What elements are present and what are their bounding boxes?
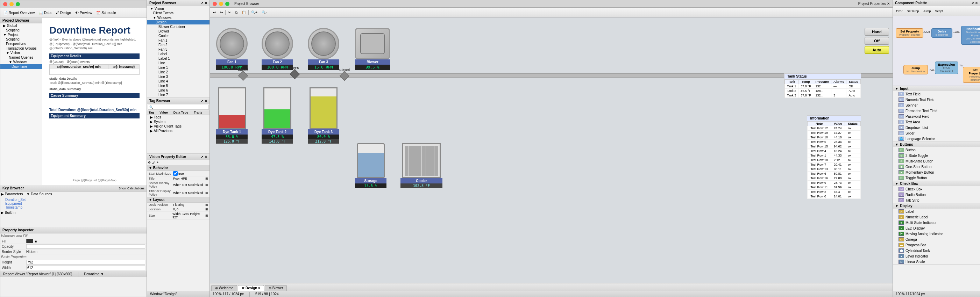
tree-global[interactable]: ▶ Global bbox=[0, 24, 42, 28]
palette-2-state-toggle[interactable]: ⊙ 2-State Toggle bbox=[893, 153, 980, 158]
palette-radio-button[interactable]: ⊙ Radio Button bbox=[893, 192, 980, 197]
hand-btn[interactable]: Hand bbox=[865, 28, 889, 36]
palette-numeric-text-field[interactable]: N Numeric Text Field bbox=[893, 97, 980, 102]
pb2-line2[interactable]: Line 2 bbox=[147, 70, 210, 75]
pb2-label1[interactable]: Label 1 bbox=[147, 56, 210, 61]
tab-welcome[interactable]: ⊕ Welcome bbox=[211, 285, 237, 291]
ds-timestamp[interactable]: Timestamp bbox=[1, 205, 146, 209]
max-btn[interactable] bbox=[16, 2, 20, 6]
ds-equipment[interactable]: Equipment bbox=[1, 202, 146, 205]
palette-multi-state-indicator[interactable]: ◈ Multi-State Indicator bbox=[893, 220, 980, 226]
pb2-blower[interactable]: Blower bbox=[147, 29, 210, 33]
vision-client-tags[interactable]: ▶ Vision Client Tags bbox=[147, 124, 210, 129]
palette-language-selector[interactable]: 🌐 Language Selector bbox=[893, 136, 980, 141]
palette-jump[interactable]: Jump bbox=[921, 9, 933, 14]
tab-design[interactable]: ✏ Design × bbox=[238, 285, 264, 291]
vpe-bind-icon5[interactable]: ⊞ bbox=[205, 208, 208, 211]
palette-sections[interactable]: ▼ Input T Text Field N Numeric Text Fiel… bbox=[893, 86, 980, 291]
palette-cylindrical-tank[interactable]: ⬤ Cylindrical Tank bbox=[893, 248, 980, 253]
pb2-fan1[interactable]: Fan 1 bbox=[147, 38, 210, 43]
palette-spinner[interactable]: ↕ Spinner bbox=[893, 102, 980, 108]
vpe-bind-icon[interactable]: ⊞ bbox=[205, 177, 208, 180]
start-maximized-checkbox[interactable] bbox=[173, 171, 178, 176]
flow-set-prop2[interactable]: Set Property Property: counter bbox=[963, 67, 980, 83]
vpe-bind-icon4[interactable]: ⊞ bbox=[205, 203, 208, 206]
palette-set-property[interactable]: Set Prop bbox=[905, 9, 921, 14]
tree-vision[interactable]: ▼ Vision bbox=[0, 51, 42, 55]
palette-button[interactable]: □ Button bbox=[893, 147, 980, 153]
tag-list[interactable]: ▶ Tags ▶ System ▶ Vision Client Tags ▶ A… bbox=[147, 115, 210, 153]
scada-cut[interactable]: ✂ bbox=[226, 10, 232, 15]
scada-tool1[interactable]: ↩ bbox=[211, 10, 218, 15]
palette-dropdown-list[interactable]: ▼ Dropdown List bbox=[893, 125, 980, 130]
palette-toggle-button[interactable]: ⊟ Toggle Button bbox=[893, 175, 980, 181]
pb2-line[interactable]: Line bbox=[147, 61, 210, 65]
width-input[interactable] bbox=[26, 265, 145, 270]
opacity-input[interactable] bbox=[26, 244, 145, 249]
vpe-bind-icon3[interactable]: ⊞ bbox=[205, 191, 208, 195]
scada-paste[interactable]: 📋 bbox=[240, 10, 248, 15]
flow-set-prop1[interactable]: Set Property Property: counter bbox=[896, 28, 923, 38]
tree-project[interactable]: ▼ Project bbox=[0, 32, 42, 37]
tree-transaction-groups[interactable]: Transaction Groups bbox=[0, 46, 42, 51]
scada-min[interactable] bbox=[219, 2, 223, 6]
data-btn[interactable]: 📊 Data bbox=[37, 10, 53, 15]
palette-multi-state-button[interactable]: ⊚ Multi-State Button bbox=[893, 158, 980, 164]
palette-script[interactable]: Script bbox=[934, 9, 945, 14]
tree-scroll[interactable]: ▶ Global Scripting ▼ Project Scripting P… bbox=[0, 24, 42, 69]
auto-btn[interactable]: Auto bbox=[865, 46, 889, 54]
scada-zoom-in[interactable]: 🔍+ bbox=[249, 10, 259, 15]
pb2-fan3[interactable]: Fan 3 bbox=[147, 47, 210, 52]
palette-input-header[interactable]: ▼ Input bbox=[893, 86, 980, 91]
pb2-line7[interactable]: Line 7 bbox=[147, 92, 210, 97]
palette-checkbox-header[interactable]: ▼ Check Box bbox=[893, 181, 980, 186]
system-item[interactable]: ▶ System bbox=[147, 119, 210, 124]
flow-jump[interactable]: Jump No Destination bbox=[904, 65, 928, 75]
tree-windows[interactable]: ▼ Windows bbox=[0, 60, 42, 64]
pb2-line6[interactable]: Line 6 bbox=[147, 88, 210, 92]
palette-label[interactable]: A Label bbox=[893, 209, 980, 214]
vpe-bind-icon2[interactable]: ⊞ bbox=[205, 183, 208, 187]
vpe-bind-icon6[interactable]: ⊞ bbox=[205, 214, 208, 218]
pb2-line3[interactable]: Line 3 bbox=[147, 75, 210, 79]
flow-expression[interactable]: Expression TRUE /counter+1 bbox=[935, 62, 958, 74]
pb2-cooler[interactable]: Cooler bbox=[147, 33, 210, 38]
scada-zoom-out[interactable]: 🔍- bbox=[260, 10, 269, 15]
palette-check-box[interactable]: ☑ Check Box bbox=[893, 186, 980, 192]
pb2-blower-container[interactable]: Blower Container bbox=[147, 24, 210, 29]
palette-formatted-text-field[interactable]: F Formatted Text Field bbox=[893, 108, 980, 114]
tag-search[interactable] bbox=[148, 105, 209, 110]
tree-scripting[interactable]: Scripting bbox=[0, 28, 42, 32]
ds-duration[interactable]: Duration_Set bbox=[1, 198, 146, 202]
palette-text-area[interactable]: ≡ Text Area bbox=[893, 119, 980, 125]
vpe-content[interactable]: ▼ Behavior Start Maximized true Title Po… bbox=[147, 165, 210, 291]
all-providers[interactable]: ▶ All Providers bbox=[147, 129, 210, 133]
pb2-design[interactable]: Design bbox=[147, 20, 210, 24]
behavior-section[interactable]: ▼ Behavior bbox=[147, 165, 210, 171]
palette-momentary-button[interactable]: ● Momentary Button bbox=[893, 170, 980, 175]
fill-color-swatch[interactable] bbox=[26, 239, 33, 243]
flow-notification[interactable]: Notification No Notification Popup On-Ca… bbox=[961, 26, 980, 45]
palette-moving-analog[interactable]: ⊢ Moving Analog Indicator bbox=[893, 231, 980, 237]
palette-linear-scale[interactable]: ⊟ Linear Scale bbox=[893, 259, 980, 265]
tags-item[interactable]: ▶ Tags bbox=[147, 115, 210, 119]
scada-max[interactable] bbox=[225, 2, 229, 6]
tree-named-queries[interactable]: Named Queries bbox=[0, 55, 42, 60]
palette-led-display[interactable]: ▪ LED Display bbox=[893, 226, 980, 231]
pb2-line4[interactable]: Line 4 bbox=[147, 79, 210, 84]
palette-tab-strip[interactable]: ⊓ Tab Strip bbox=[893, 197, 980, 203]
flow-delay[interactable]: Delay 5 seconds bbox=[931, 28, 952, 38]
tree-perspectives[interactable]: Perspectives bbox=[0, 41, 42, 46]
palette-buttons-header[interactable]: ▼ Buttons bbox=[893, 142, 980, 147]
palette-text-field[interactable]: T Text Field bbox=[893, 91, 980, 97]
pb2-line1[interactable]: Line 1 bbox=[147, 65, 210, 70]
palette-slider[interactable]: — Slider bbox=[893, 130, 980, 136]
report-overview-btn[interactable]: Downtime Report 📄 Report Overview bbox=[2, 10, 37, 15]
scada-close[interactable] bbox=[213, 2, 217, 6]
close-btn[interactable] bbox=[3, 2, 7, 6]
vpe-icon3[interactable]: + bbox=[157, 161, 158, 164]
palette-expression[interactable]: Expr bbox=[894, 9, 904, 14]
pb2-fan2[interactable]: Fan 2 bbox=[147, 43, 210, 47]
tree-scripting2[interactable]: Scripting bbox=[0, 37, 42, 41]
pb2-client-events[interactable]: Client Events bbox=[147, 11, 210, 15]
